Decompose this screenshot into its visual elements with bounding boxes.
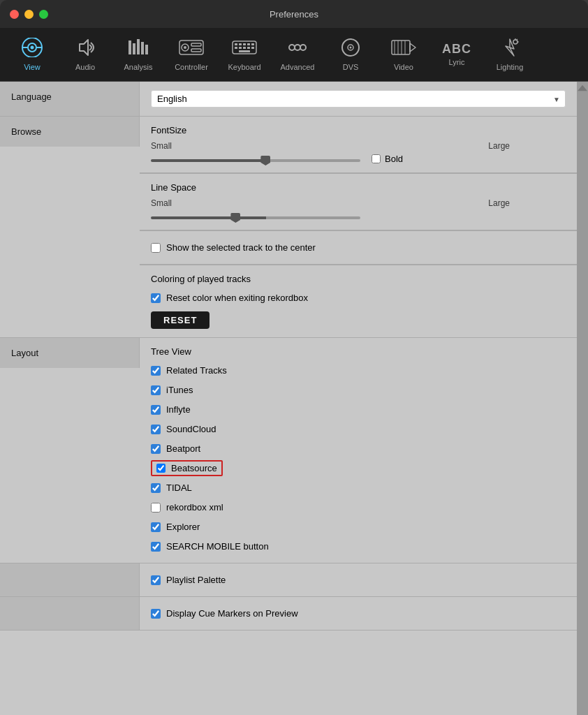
- bold-text: Bold: [385, 154, 403, 164]
- fontsize-slider-labels: Small Large: [151, 141, 566, 151]
- keyboard-label: Keyboard: [228, 63, 260, 71]
- close-button[interactable]: [10, 10, 19, 19]
- tree-item-beatsource[interactable]: Beatsource: [151, 460, 223, 476]
- tidal-label: TIDAL: [166, 482, 192, 493]
- svg-rect-25: [247, 47, 250, 49]
- coloring-section: Coloring of played tracks Reset color wh…: [140, 265, 577, 337]
- explorer-checkbox[interactable]: [151, 522, 161, 532]
- display-cue-value-col: Display Cue Markers on Preview: [140, 597, 577, 630]
- svg-marker-39: [410, 43, 416, 52]
- bold-label[interactable]: Bold: [372, 154, 403, 164]
- audio-label: Audio: [75, 63, 95, 71]
- toolbar-item-keyboard[interactable]: Keyboard: [219, 34, 270, 75]
- beatport-label: Beatport: [166, 443, 200, 454]
- tree-item-rekordbox-xml[interactable]: rekordbox xml: [151, 499, 566, 515]
- tree-item-beatport[interactable]: Beatport: [151, 441, 566, 457]
- show-selected-track-row[interactable]: Show the selected track to the center: [151, 239, 566, 256]
- audio-icon: [74, 38, 96, 60]
- video-icon: [391, 38, 416, 60]
- playlist-palette-label: Playlist Palette: [166, 575, 226, 585]
- tree-item-soundcloud[interactable]: SoundCloud: [151, 421, 566, 437]
- linespace-slider-wrapper: [151, 211, 360, 221]
- inflyte-checkbox[interactable]: [151, 405, 161, 415]
- tree-item-search-mobile[interactable]: SEARCH MOBILE button: [151, 538, 566, 554]
- toolbar-item-audio[interactable]: Audio: [60, 34, 110, 75]
- linespace-slider-labels: Small Large: [151, 198, 566, 208]
- language-select[interactable]: English Japanese German French Spanish I…: [151, 90, 566, 108]
- view-label: View: [24, 63, 41, 71]
- tree-item-inflyte[interactable]: Inflyte: [151, 401, 566, 418]
- beatport-checkbox[interactable]: [151, 444, 161, 454]
- tree-item-itunes[interactable]: iTunes: [151, 382, 566, 398]
- coloring-title: Coloring of played tracks: [151, 274, 566, 284]
- toolbar-item-controller[interactable]: Controller: [166, 34, 216, 75]
- show-selected-track-label: Show the selected track to the center: [166, 242, 316, 253]
- minimize-button[interactable]: [24, 10, 34, 19]
- playlist-palette-checkbox[interactable]: [151, 575, 161, 585]
- svg-rect-15: [191, 49, 201, 52]
- svg-rect-19: [243, 43, 246, 45]
- maximize-button[interactable]: [39, 10, 48, 19]
- fontsize-large-label: Large: [488, 141, 510, 151]
- advanced-icon: [286, 38, 309, 60]
- titlebar: Preferences: [0, 0, 588, 28]
- fontsize-slider[interactable]: [151, 159, 360, 162]
- language-value-col: English Japanese German French Spanish I…: [140, 82, 577, 116]
- lighting-icon: [499, 38, 521, 60]
- svg-rect-11: [179, 40, 203, 54]
- svg-rect-22: [235, 47, 237, 49]
- svg-point-30: [300, 45, 306, 50]
- svg-rect-24: [243, 47, 246, 49]
- bold-checkbox[interactable]: [372, 154, 381, 163]
- rekordbox-xml-checkbox[interactable]: [151, 503, 161, 513]
- reset-button[interactable]: RESET: [151, 311, 210, 329]
- analysis-label: Analysis: [124, 63, 153, 71]
- soundcloud-label: SoundCloud: [166, 424, 216, 434]
- svg-point-2: [31, 46, 34, 50]
- browse-label: Browse: [0, 117, 140, 147]
- related-tracks-checkbox[interactable]: [151, 366, 161, 376]
- show-selected-track-checkbox[interactable]: [151, 243, 161, 253]
- soundcloud-checkbox[interactable]: [151, 425, 161, 434]
- language-label: Language: [0, 82, 140, 116]
- tree-item-explorer[interactable]: Explorer: [151, 519, 566, 535]
- reset-color-row[interactable]: Reset color when exiting rekordbox: [151, 290, 566, 306]
- fontsize-title: FontSize: [151, 125, 566, 135]
- display-cue-checkbox[interactable]: [151, 609, 161, 619]
- view-icon: [21, 38, 43, 60]
- toolbar-item-lighting[interactable]: Lighting: [485, 34, 535, 75]
- search-mobile-label: SEARCH MOBILE button: [166, 541, 269, 552]
- tree-item-related-tracks[interactable]: Related Tracks: [151, 362, 566, 378]
- beatsource-checkbox[interactable]: [156, 464, 166, 473]
- lyric-icon: ABC: [442, 43, 471, 55]
- display-cue-checkbox-row[interactable]: Display Cue Markers on Preview: [151, 605, 566, 621]
- beatsource-label: Beatsource: [171, 463, 217, 473]
- toolbar-item-video[interactable]: Video: [378, 34, 429, 75]
- linespace-large-label: Large: [488, 198, 510, 208]
- tree-item-tidal[interactable]: TIDAL: [151, 480, 566, 496]
- svg-rect-21: [251, 43, 254, 45]
- toolbar-item-view[interactable]: View: [7, 34, 57, 75]
- tree-view-list: Related Tracks iTunes Inflyte: [151, 362, 566, 554]
- toolbar-item-lyric[interactable]: ABC Lyric: [432, 38, 482, 71]
- itunes-checkbox[interactable]: [151, 385, 161, 395]
- scrollbar[interactable]: [577, 82, 588, 715]
- svg-rect-26: [251, 47, 254, 49]
- toolbar-item-advanced[interactable]: Advanced: [272, 34, 323, 75]
- playlist-palette-checkbox-row[interactable]: Playlist Palette: [151, 572, 566, 588]
- svg-marker-5: [80, 40, 88, 55]
- reset-color-checkbox[interactable]: [151, 293, 161, 303]
- tidal-checkbox[interactable]: [151, 483, 161, 493]
- svg-rect-14: [191, 43, 201, 46]
- toolbar-item-analysis[interactable]: Analysis: [113, 34, 163, 75]
- search-mobile-checkbox[interactable]: [151, 542, 161, 552]
- svg-point-29: [295, 45, 300, 50]
- advanced-label: Advanced: [281, 63, 315, 71]
- svg-rect-23: [239, 47, 242, 49]
- svg-rect-7: [133, 43, 135, 54]
- linespace-slider[interactable]: [151, 216, 360, 219]
- display-cue-label-col: [0, 597, 140, 630]
- toolbar-item-dvs[interactable]: DVS: [325, 34, 376, 75]
- scrollbar-up-arrow[interactable]: [578, 83, 587, 93]
- main-area: Language English Japanese German French …: [0, 82, 588, 715]
